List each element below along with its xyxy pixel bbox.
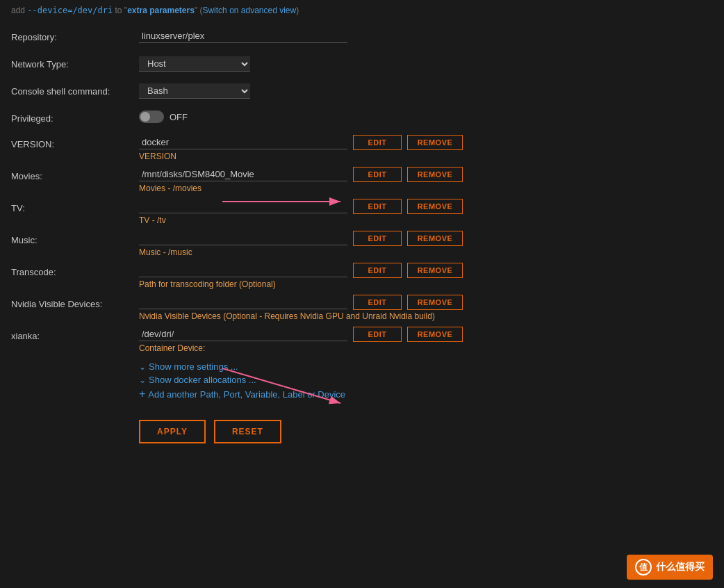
transcode-input-row: EDIT REMOVE [139, 263, 724, 278]
watermark-text: 什么值得买 [656, 561, 705, 573]
network-type-label: Network Type: [0, 55, 139, 74]
tv-label: TV: [0, 199, 139, 218]
reset-button[interactable]: RESET [214, 420, 281, 443]
music-section: Music: EDIT REMOVE Music - /music [0, 228, 724, 260]
console-shell-value: Bash sh ash [139, 82, 724, 100]
watermark-circle-text: 值 [639, 562, 648, 573]
transcode-edit-button[interactable]: EDIT [353, 263, 402, 278]
watermark-circle: 值 [635, 559, 652, 575]
repository-label: Repository: [0, 28, 139, 47]
repository-value [139, 28, 724, 44]
movies-input[interactable] [139, 168, 347, 181]
nvidia-input-row: EDIT REMOVE [139, 295, 724, 310]
tv-section: TV: EDIT REMOVE TV - /tv [0, 196, 724, 228]
movies-content: EDIT REMOVE Movies - /movies [139, 167, 724, 193]
privileged-toggle[interactable]: OFF [139, 111, 724, 123]
tv-edit-button[interactable]: EDIT [353, 199, 402, 214]
nvidia-label: Nvidia Visible Devices: [0, 295, 139, 313]
transcode-section: Transcode: EDIT REMOVE Path for transcod… [0, 260, 724, 292]
tv-remove-button[interactable]: REMOVE [407, 199, 463, 214]
xianka-content: EDIT REMOVE Container Device: [139, 327, 724, 353]
nvidia-edit-button[interactable]: EDIT [353, 295, 402, 310]
version-remove-button[interactable]: REMOVE [407, 135, 463, 150]
music-input-row: EDIT REMOVE [139, 231, 724, 246]
version-content: EDIT REMOVE VERSION [139, 135, 724, 161]
watermark: 值 什么值得买 [627, 555, 713, 580]
bottom-buttons: APPLY RESET [0, 409, 724, 455]
network-type-row: Network Type: Host Bridge None [0, 51, 724, 78]
extra-params-text: extra parameters [127, 6, 195, 15]
movies-remove-button[interactable]: REMOVE [407, 167, 463, 182]
version-label: VERSION: [0, 135, 139, 154]
cmd-text: --device=/dev/dri [27, 6, 113, 15]
version-input[interactable] [139, 136, 347, 149]
console-shell-row: Console shell command: Bash sh ash [0, 78, 724, 105]
network-type-value: Host Bridge None [139, 55, 724, 73]
nvidia-sub-label: Nvidia Visible Devices (Optional - Requi… [139, 311, 724, 321]
transcode-sub-label: Path for transcoding folder (Optional) [139, 279, 724, 289]
nvidia-section: Nvidia Visible Devices: EDIT REMOVE Nvid… [0, 292, 724, 324]
version-edit-button[interactable]: EDIT [353, 135, 402, 150]
version-row: VERSION: EDIT REMOVE VERSION [0, 132, 724, 164]
chevron-down-icon-2: ⌄ [139, 375, 146, 385]
music-content: EDIT REMOVE Music - /music [139, 231, 724, 257]
version-section: VERSION: EDIT REMOVE VERSION [0, 132, 724, 164]
movies-edit-button[interactable]: EDIT [353, 167, 402, 182]
tv-content: EDIT REMOVE TV - /tv [139, 199, 724, 225]
chevron-down-icon: ⌄ [139, 362, 146, 372]
network-type-select[interactable]: Host Bridge None [139, 56, 250, 72]
xianka-edit-button[interactable]: EDIT [353, 327, 402, 342]
show-more-settings-text: Show more settings ... [149, 361, 238, 372]
tv-input-row: EDIT REMOVE [139, 199, 724, 214]
tv-sub-label: TV - /tv [139, 215, 724, 225]
transcode-content: EDIT REMOVE Path for transcoding folder … [139, 263, 724, 289]
version-input-row: EDIT REMOVE [139, 135, 724, 150]
plus-icon: + [139, 388, 145, 400]
tv-input[interactable] [139, 199, 347, 213]
privileged-row: Privileged: OFF [0, 105, 724, 132]
music-input[interactable] [139, 231, 347, 245]
xianka-input-row: EDIT REMOVE [139, 327, 724, 342]
advanced-view-link[interactable]: Switch on advanced view [202, 6, 296, 15]
top-notice: add --device=/dev/dri to "extra paramete… [0, 0, 724, 21]
nvidia-input[interactable] [139, 295, 347, 309]
console-shell-label: Console shell command: [0, 82, 139, 101]
transcode-remove-button[interactable]: REMOVE [407, 263, 463, 278]
music-edit-button[interactable]: EDIT [353, 231, 402, 246]
repository-row: Repository: [0, 24, 724, 51]
xianka-label: xianka: [0, 327, 139, 345]
xianka-section: xianka: EDIT REMOVE Container Device: [0, 324, 724, 356]
apply-button[interactable]: APPLY [139, 420, 206, 443]
toggle-thumb [140, 112, 150, 122]
music-label: Music: [0, 231, 139, 250]
nvidia-remove-button[interactable]: REMOVE [407, 295, 463, 310]
show-docker-allocations-link[interactable]: ⌄ Show docker allocations ... [139, 375, 713, 385]
xianka-sub-label: Container Device: [139, 343, 724, 353]
movies-label: Movies: [0, 167, 139, 186]
add-path-link[interactable]: + Add another Path, Port, Variable, Labe… [139, 388, 713, 400]
show-more-settings-link[interactable]: ⌄ Show more settings ... [139, 361, 713, 372]
transcode-label: Transcode: [0, 263, 139, 281]
music-remove-button[interactable]: REMOVE [407, 231, 463, 246]
add-path-text: Add another Path, Port, Variable, Label … [148, 389, 345, 400]
music-sub-label: Music - /music [139, 247, 724, 257]
toggle-label: OFF [170, 112, 188, 122]
privileged-label: Privileged: [0, 109, 139, 128]
toggle-track[interactable] [139, 111, 164, 123]
movies-section: Movies: EDIT REMOVE Movies - /movies [0, 164, 724, 196]
console-shell-select[interactable]: Bash sh ash [139, 83, 250, 99]
nvidia-content: EDIT REMOVE Nvidia Visible Devices (Opti… [139, 295, 724, 321]
movies-input-row: EDIT REMOVE [139, 167, 724, 182]
main-container: Repository: Network Type: Host Bridge No… [0, 21, 724, 455]
repository-input[interactable] [139, 29, 347, 43]
xianka-remove-button[interactable]: REMOVE [407, 327, 463, 342]
xianka-input[interactable] [139, 327, 347, 341]
transcode-input[interactable] [139, 263, 347, 277]
action-links: ⌄ Show more settings ... ⌄ Show docker a… [0, 356, 724, 409]
movies-sub-label: Movies - /movies [139, 183, 724, 193]
show-docker-text: Show docker allocations ... [149, 375, 256, 385]
version-sub-label: VERSION [139, 152, 724, 161]
privileged-value: OFF [139, 109, 724, 124]
